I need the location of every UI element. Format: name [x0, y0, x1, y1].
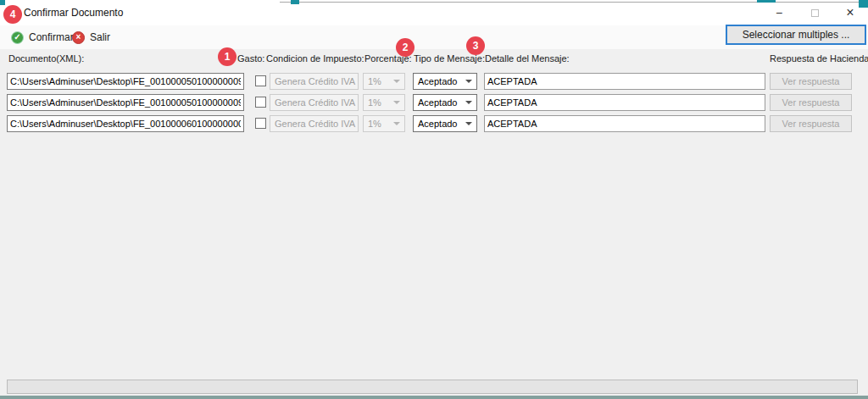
column-label-condicion: Condicion de Impuesto: — [266, 53, 364, 64]
gasto-checkbox[interactable] — [255, 118, 266, 129]
check-circle-icon: ✓ — [11, 31, 24, 44]
chevron-down-icon — [393, 122, 400, 125]
document-row: Genera Crédito IVA 1% Aceptado Ver respu… — [0, 115, 868, 132]
chevron-down-icon — [465, 122, 472, 125]
documento-xml-input[interactable] — [7, 115, 244, 132]
minimize-button[interactable]: − — [761, 0, 797, 25]
window-controls: − × — [761, 0, 868, 25]
background-accent — [859, 0, 868, 8]
confirm-button-label: Confirmar — [29, 31, 74, 43]
documento-xml-input[interactable] — [7, 94, 244, 111]
tipo-mensaje-select[interactable]: Aceptado — [413, 115, 477, 132]
background-accent — [757, 0, 776, 3]
detalle-mensaje-input[interactable] — [484, 94, 765, 111]
column-label-detalle: Detalle del Mensaje: — [485, 53, 570, 64]
select-multiple-button[interactable]: Seleccionar multiples ... — [726, 25, 866, 45]
detalle-mensaje-input[interactable] — [484, 115, 765, 132]
background-window-border — [280, 2, 868, 3]
ver-respuesta-button: Ver respuesta — [770, 73, 852, 90]
progress-bar — [7, 380, 858, 394]
gasto-checkbox[interactable] — [255, 75, 266, 86]
annotation-circle: 4 — [3, 5, 22, 24]
x-circle-icon: × — [72, 31, 85, 44]
condicion-impuesto-select: Genera Crédito IVA — [270, 73, 359, 90]
background-accent — [0, 0, 5, 5]
annotation-circle: 3 — [466, 36, 485, 55]
background-bottom-edge — [0, 396, 868, 399]
maximize-button — [797, 0, 832, 25]
gasto-checkbox[interactable] — [255, 97, 266, 108]
chevron-down-icon — [465, 80, 472, 83]
documento-xml-input[interactable] — [7, 73, 244, 90]
document-row: Genera Crédito IVA 1% Aceptado Ver respu… — [0, 94, 868, 111]
chevron-down-icon — [393, 80, 400, 83]
porcentaje-select: 1% — [363, 94, 405, 111]
document-rows: Genera Crédito IVA 1% Aceptado Ver respu… — [0, 73, 868, 136]
chevron-down-icon — [465, 101, 472, 104]
ver-respuesta-button: Ver respuesta — [770, 94, 852, 111]
confirm-button[interactable]: ✓ Confirmar — [11, 28, 74, 47]
condicion-impuesto-select: Genera Crédito IVA — [270, 94, 359, 111]
condicion-impuesto-select: Genera Crédito IVA — [270, 115, 359, 132]
column-label-gasto: Gasto: — [237, 53, 264, 64]
column-label-documento: Documento(XML): — [8, 53, 84, 64]
ver-respuesta-button: Ver respuesta — [770, 115, 852, 132]
tipo-mensaje-select[interactable]: Aceptado — [413, 94, 477, 111]
title-bar: Confirmar Documento − × — [0, 0, 868, 25]
exit-button-label: Salir — [90, 31, 110, 43]
maximize-icon — [811, 9, 819, 17]
annotation-circle: 1 — [218, 47, 236, 66]
annotation-circle: 2 — [396, 38, 415, 57]
porcentaje-select: 1% — [363, 73, 405, 90]
tipo-mensaje-select[interactable]: Aceptado — [413, 73, 477, 90]
column-label-respuesta: Respuesta de Hacienda: — [770, 53, 868, 64]
porcentaje-select: 1% — [363, 115, 405, 132]
window-title: Confirmar Documento — [24, 7, 123, 19]
exit-button[interactable]: × Salir — [72, 28, 110, 47]
background-accent — [291, 0, 299, 4]
chevron-down-icon — [393, 101, 400, 104]
document-row: Genera Crédito IVA 1% Aceptado Ver respu… — [0, 73, 868, 90]
detalle-mensaje-input[interactable] — [484, 73, 765, 90]
